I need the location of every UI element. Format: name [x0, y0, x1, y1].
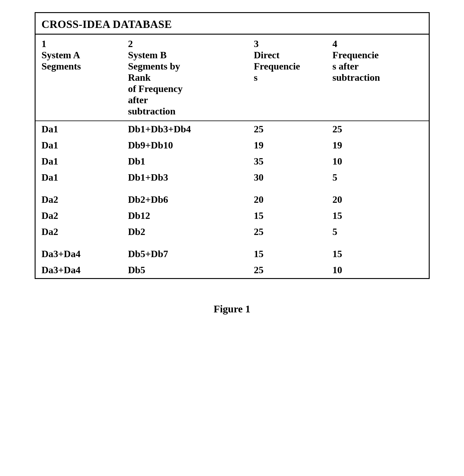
table-row: Da2Db2255: [36, 224, 429, 240]
col1-header-num: 1: [42, 38, 46, 49]
col3-cell: 25: [248, 224, 326, 240]
table-title: CROSS-IDEA DATABASE: [36, 13, 429, 34]
col4-header-num: 4: [332, 38, 337, 49]
col1-cell: Da1: [36, 121, 122, 137]
col3-header: 3 Direct Frequencie s: [248, 34, 326, 121]
col1-cell: Da2: [36, 224, 122, 240]
col1-cell: Da2: [36, 208, 122, 224]
col4-header-line2: s after: [332, 61, 359, 72]
col3-cell: 20: [248, 185, 326, 208]
col2-cell: Db2+Db6: [122, 185, 248, 208]
col4-cell: 10: [326, 262, 428, 278]
col1-cell: Da1: [36, 169, 122, 185]
col1-header: 1 System A Segments: [36, 34, 122, 121]
col4-cell: 10: [326, 153, 428, 169]
col3-cell: 19: [248, 137, 326, 153]
table-row: Da3+Da4Db5+Db71515: [36, 240, 429, 262]
col4-cell: 19: [326, 137, 428, 153]
col3-cell: 25: [248, 262, 326, 278]
col2-cell: Db2: [122, 224, 248, 240]
table-row: Da1Db1+Db3+Db42525: [36, 121, 429, 137]
table-row: Da2Db2+Db62020: [36, 185, 429, 208]
cross-idea-table: CROSS-IDEA DATABASE 1 System A Segments …: [36, 13, 429, 278]
col2-header-line3: Rank: [128, 72, 151, 83]
col3-header-line3: s: [254, 72, 257, 83]
col1-cell: Da3+Da4: [36, 240, 122, 262]
table-row: Da1Db9+Db101919: [36, 137, 429, 153]
col2-header-line4: of Frequency: [128, 83, 183, 94]
table-wrapper: CROSS-IDEA DATABASE 1 System A Segments …: [35, 12, 430, 279]
col4-cell: 20: [326, 185, 428, 208]
col2-cell: Db1+Db3: [122, 169, 248, 185]
col4-cell: 5: [326, 224, 428, 240]
col3-cell: 15: [248, 208, 326, 224]
col3-cell: 15: [248, 240, 326, 262]
col3-header-line2: Frequencie: [254, 61, 300, 72]
page-container: CROSS-IDEA DATABASE 1 System A Segments …: [35, 12, 430, 315]
col2-header: 2 System B Segments by Rank of Frequency…: [122, 34, 248, 121]
col1-cell: Da3+Da4: [36, 262, 122, 278]
col3-cell: 25: [248, 121, 326, 137]
col1-header-line1: System A: [42, 49, 80, 60]
header-row: 1 System A Segments 2 System B Segments …: [36, 34, 429, 121]
title-row: CROSS-IDEA DATABASE: [36, 13, 429, 34]
col3-header-num: 3: [254, 38, 259, 49]
col2-header-line5: after: [128, 94, 148, 105]
col1-cell: Da2: [36, 185, 122, 208]
col1-cell: Da1: [36, 137, 122, 153]
col4-cell: 15: [326, 240, 428, 262]
col3-cell: 35: [248, 153, 326, 169]
col1-cell: Da1: [36, 153, 122, 169]
col4-cell: 5: [326, 169, 428, 185]
col4-header-line3: subtraction: [332, 72, 380, 83]
col2-cell: Db5: [122, 262, 248, 278]
col2-cell: Db12: [122, 208, 248, 224]
col2-header-line2: Segments by: [128, 61, 180, 72]
figure-caption: Figure 1: [35, 303, 430, 315]
table-row: Da1Db1+Db3305: [36, 169, 429, 185]
col2-cell: Db1+Db3+Db4: [122, 121, 248, 137]
table-row: Da2Db121515: [36, 208, 429, 224]
table-body: Da1Db1+Db3+Db42525Da1Db9+Db101919Da1Db13…: [36, 121, 429, 278]
col2-cell: Db1: [122, 153, 248, 169]
col3-cell: 30: [248, 169, 326, 185]
col2-header-num: 2: [128, 38, 133, 49]
col1-header-line2: Segments: [42, 61, 81, 72]
col2-header-line6: subtraction: [128, 106, 175, 117]
col3-header-line1: Direct: [254, 49, 280, 60]
col4-header-line1: Frequencie: [332, 49, 379, 60]
col4-cell: 15: [326, 208, 428, 224]
table-row: Da3+Da4Db52510: [36, 262, 429, 278]
col4-header: 4 Frequencie s after subtraction: [326, 34, 428, 121]
table-row: Da1Db13510: [36, 153, 429, 169]
col2-cell: Db5+Db7: [122, 240, 248, 262]
col2-cell: Db9+Db10: [122, 137, 248, 153]
col4-cell: 25: [326, 121, 428, 137]
col2-header-line1: System B: [128, 49, 167, 60]
